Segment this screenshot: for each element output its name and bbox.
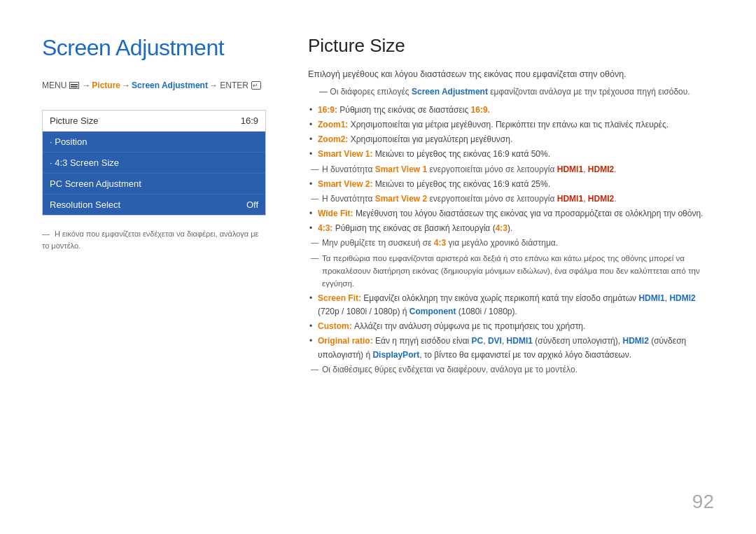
left-column: Screen Adjustment MENU → Picture → Scree… (42, 35, 266, 506)
sub-list-item: Μην ρυθμίζετε τη συσκευή σε 4:3 για μεγά… (308, 237, 714, 250)
resolution-select-row[interactable]: Resolution Select Off (43, 195, 265, 215)
menu-label: MENU (42, 80, 66, 90)
item-highlight: Component (410, 307, 456, 316)
item-highlight: HDMI1 (507, 336, 533, 346)
item-highlight: Custom: (318, 321, 352, 331)
item-highlight: Smart View 2 (375, 194, 427, 204)
feature-list: 16:9: Ρύθμιση της εικόνας σε διαστάσεις … (308, 104, 714, 377)
list-item: Original ratio: Εάν η πηγή εισόδου είναι… (308, 335, 714, 361)
list-item: Custom: Αλλάζει την ανάλυση σύμφωνα με τ… (308, 320, 714, 333)
page-number: 92 (692, 491, 714, 513)
item-highlight: HDMI1 (557, 194, 583, 204)
enter-icon (251, 81, 261, 90)
picture-label: Picture (92, 80, 120, 90)
resolution-select-label: Resolution Select (50, 199, 120, 210)
picture-size-value: 16:9 (241, 115, 258, 126)
intro-text: Επιλογή μεγέθους και λόγου διαστάσεων τη… (308, 68, 714, 81)
list-item: Zoom2: Χρησιμοποιείται για μεγαλύτερη με… (308, 133, 714, 146)
list-item: Smart View 1: Μειώνει το μέγεθος της εικ… (308, 148, 714, 161)
item-highlight: Original ratio: (318, 336, 373, 346)
arrow2: → (122, 80, 130, 90)
list-item: 4:3: Ρύθμιση της εικόνας σε βασική λειτο… (308, 222, 714, 235)
settings-panel: Picture Size 16:9 · Position · 4:3 Scree… (42, 110, 266, 216)
item-highlight: Smart View 1: (318, 149, 372, 159)
resolution-select-value: Off (246, 199, 258, 210)
item-highlight: Wide Fit: (318, 209, 354, 218)
item-highlight: 4:3 (434, 238, 446, 248)
item-highlight: HDMI2 (622, 336, 648, 346)
right-column: Picture Size Επιλογή μεγέθους και λόγου … (308, 35, 714, 506)
screen-size-label: · 4:3 Screen Size (50, 157, 119, 168)
item-highlight: HDMI1 (638, 293, 664, 303)
sub-note: Οι διάφορες επιλογές Screen Adjustment ε… (319, 85, 714, 98)
item-highlight: DisplayPort (372, 350, 419, 360)
list-item: 16:9: Ρύθμιση της εικόνας σε διαστάσεις … (308, 104, 714, 117)
picture-size-label: Picture Size (50, 115, 98, 126)
sub-list-item: Η δυνατότητα Smart View 2 ενεργοποιείται… (308, 192, 714, 206)
item-highlight: Smart View 2: (318, 179, 372, 189)
right-title: Picture Size (308, 35, 714, 57)
item-highlight: HDMI2 (669, 293, 695, 303)
item-highlight: 16:9: (318, 105, 337, 115)
item-highlight: Zoom1: (318, 120, 348, 129)
item-highlight: Smart View 1 (375, 164, 427, 174)
item-highlight: 4:3: (318, 223, 332, 233)
list-item: Screen Fit: Εμφανίζει ολόκληρη την εικόν… (308, 292, 714, 318)
pc-adjustment-row[interactable]: PC Screen Adjustment (43, 174, 265, 195)
item-highlight: PC (472, 336, 484, 346)
item-highlight: Zoom2: (318, 134, 348, 144)
sub-list-item: Οι διαθέσιμες θύρες ενδέχεται να διαφέρο… (308, 363, 714, 377)
list-item: Zoom1: Χρησιμοποιείται για μέτρια μεγέθυ… (308, 118, 714, 132)
item-highlight: 16:9. (471, 105, 490, 115)
list-item: Smart View 2: Μειώνει το μέγεθος της εικ… (308, 178, 714, 191)
position-row[interactable]: · Position (43, 132, 265, 153)
section-title: Screen Adjustment (42, 35, 266, 61)
screen-adj-highlight: Screen Adjustment (412, 87, 488, 97)
sub-list-item: Η δυνατότητα Smart View 1 ενεργοποιείται… (308, 163, 714, 176)
item-highlight: 4:3 (496, 223, 507, 233)
item-highlight: HDMI2 (588, 164, 614, 174)
list-item: Wide Fit: Μεγέθυνση του λόγου διαστάσεων… (308, 207, 714, 220)
sub-list-item: Τα περιθώρια που εμφανίζονται αριστερά κ… (308, 252, 714, 290)
menu-path: MENU → Picture → Screen Adjustment → ENT… (42, 80, 266, 90)
position-label: · Position (50, 136, 87, 147)
arrow1: → (82, 80, 90, 90)
screen-adjustment-label: Screen Adjustment (132, 80, 208, 90)
picture-size-row[interactable]: Picture Size 16:9 (43, 111, 265, 132)
item-highlight: DVI (488, 336, 502, 346)
item-highlight: HDMI1 (557, 164, 583, 174)
arrow3: → ENTER (209, 80, 248, 90)
item-highlight: HDMI2 (588, 194, 614, 204)
screen-size-row[interactable]: · 4:3 Screen Size (43, 153, 265, 174)
pc-adjustment-label: PC Screen Adjustment (50, 178, 141, 189)
left-note: — Η εικόνα που εμφανίζεται ενδέχεται να … (42, 228, 266, 251)
item-highlight: Screen Fit: (318, 293, 361, 303)
menu-icon (69, 82, 79, 89)
